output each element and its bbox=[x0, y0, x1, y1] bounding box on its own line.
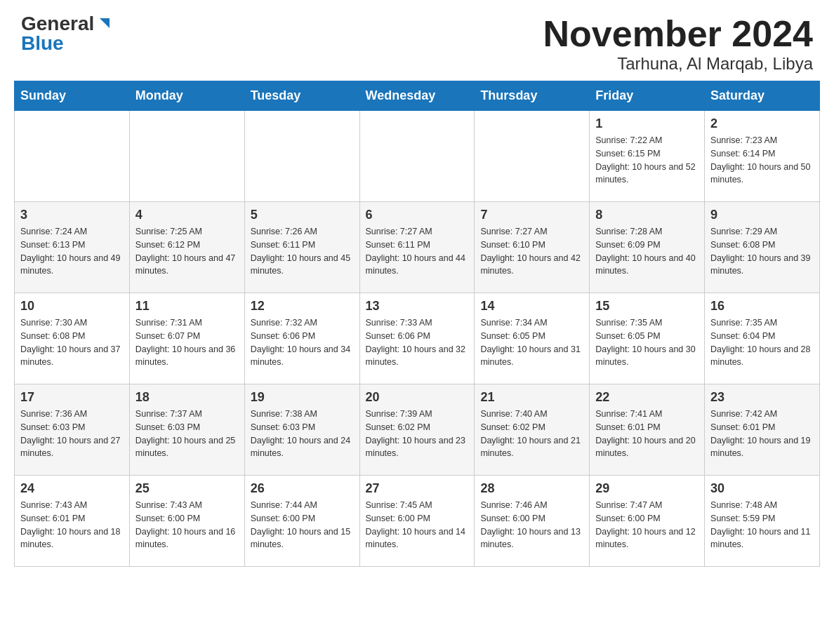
day-info: Sunrise: 7:32 AMSunset: 6:06 PMDaylight:… bbox=[251, 316, 354, 369]
day-info: Sunrise: 7:27 AMSunset: 6:11 PMDaylight:… bbox=[366, 225, 469, 278]
day-info: Sunrise: 7:31 AMSunset: 6:07 PMDaylight:… bbox=[135, 316, 239, 369]
logo-icon bbox=[95, 15, 111, 31]
day-info: Sunrise: 7:26 AMSunset: 6:11 PMDaylight:… bbox=[251, 225, 354, 278]
calendar-cell: 11Sunrise: 7:31 AMSunset: 6:07 PMDayligh… bbox=[129, 293, 244, 384]
day-number: 8 bbox=[595, 208, 699, 222]
calendar-cell: 25Sunrise: 7:43 AMSunset: 6:00 PMDayligh… bbox=[129, 476, 244, 567]
day-info: Sunrise: 7:47 AMSunset: 6:00 PMDaylight:… bbox=[595, 499, 699, 551]
day-number: 10 bbox=[20, 299, 124, 314]
day-number: 4 bbox=[135, 208, 239, 222]
day-number: 23 bbox=[710, 390, 814, 405]
calendar-cell: 14Sunrise: 7:34 AMSunset: 6:05 PMDayligh… bbox=[475, 293, 590, 384]
day-info: Sunrise: 7:42 AMSunset: 6:01 PMDaylight:… bbox=[710, 408, 814, 460]
day-info: Sunrise: 7:44 AMSunset: 6:00 PMDaylight:… bbox=[251, 499, 354, 551]
day-number: 16 bbox=[710, 299, 814, 314]
calendar-cell: 27Sunrise: 7:45 AMSunset: 6:00 PMDayligh… bbox=[359, 476, 475, 567]
day-info: Sunrise: 7:45 AMSunset: 6:00 PMDaylight:… bbox=[366, 499, 469, 551]
day-number: 18 bbox=[135, 390, 239, 405]
day-info: Sunrise: 7:48 AMSunset: 5:59 PMDaylight:… bbox=[710, 499, 814, 551]
day-number: 5 bbox=[251, 208, 354, 222]
calendar-cell bbox=[15, 111, 130, 202]
calendar-cell: 23Sunrise: 7:42 AMSunset: 6:01 PMDayligh… bbox=[705, 384, 820, 476]
day-info: Sunrise: 7:22 AMSunset: 6:15 PMDaylight:… bbox=[595, 134, 699, 187]
calendar-cell: 21Sunrise: 7:40 AMSunset: 6:02 PMDayligh… bbox=[475, 384, 590, 476]
calendar-cell: 18Sunrise: 7:37 AMSunset: 6:03 PMDayligh… bbox=[129, 384, 244, 476]
calendar-cell bbox=[244, 111, 359, 202]
calendar-header-sunday: Sunday bbox=[15, 81, 130, 111]
day-info: Sunrise: 7:41 AMSunset: 6:01 PMDaylight:… bbox=[595, 408, 699, 460]
day-number: 25 bbox=[135, 481, 239, 496]
calendar-cell: 2Sunrise: 7:23 AMSunset: 6:14 PMDaylight… bbox=[705, 111, 820, 202]
day-number: 28 bbox=[480, 481, 583, 496]
day-info: Sunrise: 7:38 AMSunset: 6:03 PMDaylight:… bbox=[251, 408, 354, 460]
day-info: Sunrise: 7:35 AMSunset: 6:05 PMDaylight:… bbox=[595, 316, 699, 369]
day-number: 24 bbox=[20, 481, 124, 496]
day-number: 14 bbox=[480, 299, 583, 314]
calendar-cell bbox=[129, 111, 244, 202]
calendar-cell bbox=[359, 111, 475, 202]
calendar-cell: 12Sunrise: 7:32 AMSunset: 6:06 PMDayligh… bbox=[244, 293, 359, 384]
calendar-header-monday: Monday bbox=[129, 81, 244, 111]
calendar-cell: 8Sunrise: 7:28 AMSunset: 6:09 PMDaylight… bbox=[590, 202, 705, 293]
day-number: 13 bbox=[366, 299, 469, 314]
day-number: 29 bbox=[595, 481, 699, 496]
calendar-cell: 17Sunrise: 7:36 AMSunset: 6:03 PMDayligh… bbox=[15, 384, 130, 476]
calendar-week-row: 24Sunrise: 7:43 AMSunset: 6:01 PMDayligh… bbox=[15, 476, 820, 567]
day-info: Sunrise: 7:36 AMSunset: 6:03 PMDaylight:… bbox=[20, 408, 124, 460]
calendar-header-tuesday: Tuesday bbox=[244, 81, 359, 111]
calendar-header-thursday: Thursday bbox=[475, 81, 590, 111]
day-number: 21 bbox=[480, 390, 583, 405]
calendar-week-row: 10Sunrise: 7:30 AMSunset: 6:08 PMDayligh… bbox=[15, 293, 820, 384]
calendar-cell: 9Sunrise: 7:29 AMSunset: 6:08 PMDaylight… bbox=[705, 202, 820, 293]
day-info: Sunrise: 7:30 AMSunset: 6:08 PMDaylight:… bbox=[20, 316, 124, 369]
day-number: 1 bbox=[595, 116, 699, 131]
calendar-cell: 3Sunrise: 7:24 AMSunset: 6:13 PMDaylight… bbox=[15, 202, 130, 293]
day-number: 12 bbox=[251, 299, 354, 314]
day-info: Sunrise: 7:34 AMSunset: 6:05 PMDaylight:… bbox=[480, 316, 583, 369]
calendar-header-saturday: Saturday bbox=[705, 81, 820, 111]
calendar-cell: 16Sunrise: 7:35 AMSunset: 6:04 PMDayligh… bbox=[705, 293, 820, 384]
day-number: 27 bbox=[366, 481, 469, 496]
day-info: Sunrise: 7:46 AMSunset: 6:00 PMDaylight:… bbox=[480, 499, 583, 551]
calendar-cell: 10Sunrise: 7:30 AMSunset: 6:08 PMDayligh… bbox=[15, 293, 130, 384]
logo-general-text: General bbox=[21, 14, 94, 34]
day-number: 2 bbox=[710, 116, 814, 131]
calendar-cell: 24Sunrise: 7:43 AMSunset: 6:01 PMDayligh… bbox=[15, 476, 130, 567]
calendar-cell: 7Sunrise: 7:27 AMSunset: 6:10 PMDaylight… bbox=[475, 202, 590, 293]
day-number: 15 bbox=[595, 299, 699, 314]
calendar-week-row: 3Sunrise: 7:24 AMSunset: 6:13 PMDaylight… bbox=[15, 202, 820, 293]
calendar-cell: 15Sunrise: 7:35 AMSunset: 6:05 PMDayligh… bbox=[590, 293, 705, 384]
day-number: 19 bbox=[251, 390, 354, 405]
day-number: 22 bbox=[595, 390, 699, 405]
calendar-cell: 5Sunrise: 7:26 AMSunset: 6:11 PMDaylight… bbox=[244, 202, 359, 293]
calendar-cell: 6Sunrise: 7:27 AMSunset: 6:11 PMDaylight… bbox=[359, 202, 475, 293]
day-info: Sunrise: 7:23 AMSunset: 6:14 PMDaylight:… bbox=[710, 134, 814, 187]
calendar-header-friday: Friday bbox=[590, 81, 705, 111]
calendar-cell: 26Sunrise: 7:44 AMSunset: 6:00 PMDayligh… bbox=[244, 476, 359, 567]
day-info: Sunrise: 7:33 AMSunset: 6:06 PMDaylight:… bbox=[366, 316, 469, 369]
day-number: 11 bbox=[135, 299, 239, 314]
svg-marker-0 bbox=[100, 18, 110, 28]
day-number: 20 bbox=[366, 390, 469, 405]
calendar-cell: 22Sunrise: 7:41 AMSunset: 6:01 PMDayligh… bbox=[590, 384, 705, 476]
calendar-header-row: SundayMondayTuesdayWednesdayThursdayFrid… bbox=[15, 81, 820, 111]
calendar-table: SundayMondayTuesdayWednesdayThursdayFrid… bbox=[14, 81, 820, 567]
calendar-week-row: 1Sunrise: 7:22 AMSunset: 6:15 PMDaylight… bbox=[15, 111, 820, 202]
day-number: 6 bbox=[366, 208, 469, 222]
calendar-container: SundayMondayTuesdayWednesdayThursdayFrid… bbox=[0, 81, 834, 581]
logo-blue-text: Blue bbox=[21, 34, 64, 53]
day-info: Sunrise: 7:28 AMSunset: 6:09 PMDaylight:… bbox=[595, 225, 699, 278]
calendar-cell: 13Sunrise: 7:33 AMSunset: 6:06 PMDayligh… bbox=[359, 293, 475, 384]
logo: General Blue bbox=[21, 14, 111, 53]
day-info: Sunrise: 7:25 AMSunset: 6:12 PMDaylight:… bbox=[135, 225, 239, 278]
day-number: 30 bbox=[710, 481, 814, 496]
day-info: Sunrise: 7:37 AMSunset: 6:03 PMDaylight:… bbox=[135, 408, 239, 460]
day-info: Sunrise: 7:35 AMSunset: 6:04 PMDaylight:… bbox=[710, 316, 814, 369]
header: General Blue November 2024 Tarhuna, Al M… bbox=[0, 0, 834, 81]
day-number: 26 bbox=[251, 481, 354, 496]
day-info: Sunrise: 7:43 AMSunset: 6:00 PMDaylight:… bbox=[135, 499, 239, 551]
title-section: November 2024 Tarhuna, Al Marqab, Libya bbox=[543, 14, 813, 74]
calendar-cell: 19Sunrise: 7:38 AMSunset: 6:03 PMDayligh… bbox=[244, 384, 359, 476]
day-info: Sunrise: 7:39 AMSunset: 6:02 PMDaylight:… bbox=[366, 408, 469, 460]
day-info: Sunrise: 7:40 AMSunset: 6:02 PMDaylight:… bbox=[480, 408, 583, 460]
